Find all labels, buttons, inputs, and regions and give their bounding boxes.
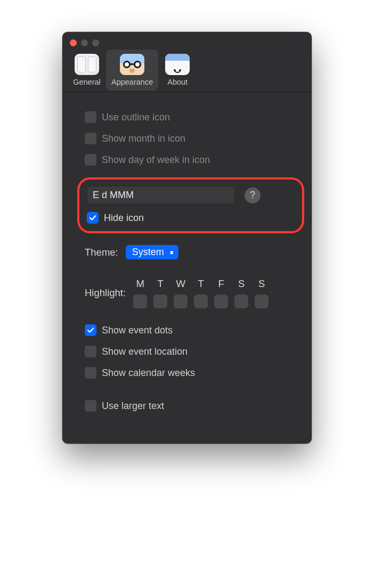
theme-select[interactable]: System ▲▼ [126, 245, 178, 259]
theme-row: Theme: System ▲▼ [85, 245, 297, 259]
row-show-month-in-icon: Show month in icon [85, 130, 297, 146]
tab-general[interactable]: General [68, 50, 106, 91]
theme-selected-value: System [132, 247, 164, 258]
checkbox-use-larger-text[interactable] [85, 400, 96, 412]
checkbox-hide-icon[interactable] [87, 212, 99, 224]
label-show-calendar-weeks: Show calendar weeks [102, 368, 195, 379]
row-hide-icon: Hide icon [87, 212, 295, 224]
window-minimize-button[interactable] [81, 39, 88, 46]
toolbar: General Appearance About [62, 46, 312, 91]
day-abbrev: T [198, 277, 204, 290]
checkbox-highlight-fri[interactable] [214, 295, 228, 308]
day-abbrev: M [136, 277, 144, 290]
day-abbrev: F [218, 277, 224, 290]
row-show-calendar-weeks: Show calendar weeks [85, 365, 297, 381]
row-show-event-dots: Show event dots [85, 322, 297, 338]
day-abbrev: T [157, 277, 163, 290]
row-use-larger-text: Use larger text [85, 398, 297, 414]
annotation-highlight-box: ? Hide icon [77, 177, 304, 233]
tab-label: General [73, 78, 101, 86]
highlight-label: Highlight: [85, 287, 126, 299]
checkbox-use-outline-icon[interactable] [85, 111, 96, 123]
checkbox-highlight-wed[interactable] [174, 295, 188, 308]
checkbox-highlight-mon[interactable] [133, 295, 147, 308]
checkbox-highlight-thu[interactable] [194, 295, 208, 308]
content: Use outline icon Show month in icon Show… [62, 92, 312, 444]
checkbox-show-day-of-week-in-icon[interactable] [85, 154, 96, 166]
help-button[interactable]: ? [245, 187, 261, 203]
label-show-day-of-week-in-icon: Show day of week in icon [102, 154, 210, 166]
preferences-window: General Appearance About [62, 32, 312, 444]
titlebar [62, 32, 312, 46]
about-icon [164, 53, 191, 76]
highlight-day-tue: T [151, 277, 169, 308]
day-abbrev: S [238, 277, 245, 290]
checkbox-highlight-sun[interactable] [255, 295, 269, 308]
row-show-day-of-week-in-icon: Show day of week in icon [85, 152, 297, 168]
highlight-day-fri: F [212, 277, 230, 308]
highlight-day-mon: M [131, 277, 149, 308]
day-abbrev: S [258, 277, 265, 290]
appearance-icon [118, 53, 146, 76]
checkbox-highlight-tue[interactable] [153, 295, 167, 308]
checkbox-show-event-dots[interactable] [85, 324, 96, 336]
label-show-event-location: Show event location [102, 346, 188, 357]
date-format-row: ? [87, 186, 295, 205]
checkbox-highlight-sat[interactable] [234, 295, 248, 308]
label-show-event-dots: Show event dots [102, 325, 173, 336]
general-icon [73, 53, 101, 76]
label-use-larger-text: Use larger text [102, 401, 164, 412]
highlight-day-sun: S [253, 277, 271, 308]
checkbox-show-event-location[interactable] [85, 346, 96, 357]
checkbox-show-calendar-weeks[interactable] [85, 367, 96, 379]
highlight-day-thu: T [192, 277, 210, 308]
window-zoom-button[interactable] [92, 39, 99, 46]
tab-label: About [167, 78, 188, 86]
highlight-days: M T W T F [131, 277, 271, 308]
chevron-up-down-icon: ▲▼ [168, 252, 175, 253]
window-close-button[interactable] [70, 39, 77, 46]
label-use-outline-icon: Use outline icon [102, 112, 170, 123]
tab-about[interactable]: About [158, 50, 197, 91]
highlight-day-wed: W [172, 277, 190, 308]
highlight-section: Highlight: M T W T [85, 277, 297, 308]
row-show-event-location: Show event location [85, 344, 297, 360]
label-hide-icon: Hide icon [104, 213, 144, 224]
day-abbrev: W [176, 277, 185, 290]
tab-label: Appearance [111, 78, 153, 86]
date-format-input[interactable] [87, 186, 235, 205]
theme-label: Theme: [85, 247, 118, 258]
checkbox-show-month-in-icon[interactable] [85, 133, 96, 144]
row-use-outline-icon: Use outline icon [85, 109, 297, 125]
highlight-day-sat: S [232, 277, 250, 308]
tab-appearance[interactable]: Appearance [106, 50, 158, 91]
label-show-month-in-icon: Show month in icon [102, 133, 185, 144]
help-icon: ? [250, 190, 255, 201]
